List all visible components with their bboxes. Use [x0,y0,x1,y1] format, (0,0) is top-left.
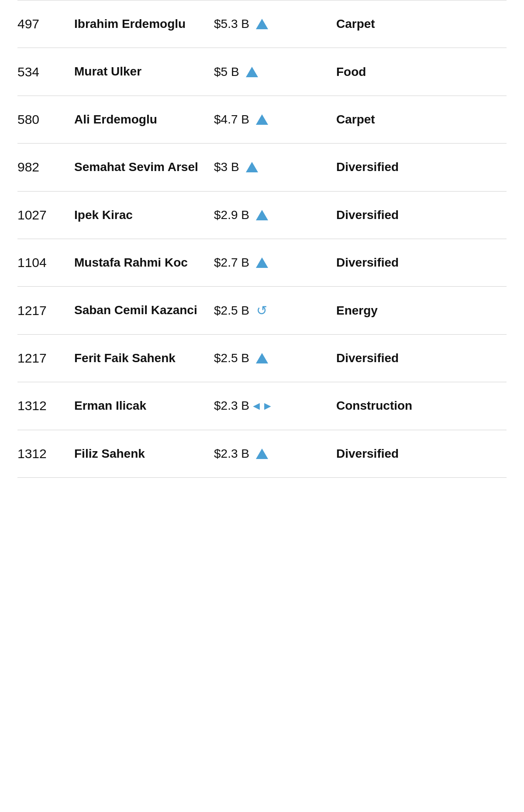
trend-up-icon [255,256,269,269]
rank: 982 [17,160,74,175]
rank: 534 [17,65,74,79]
trend-same-icon: ↺ [255,304,269,317]
trend-up-icon [255,352,269,365]
table-row: 580Ali Erdemoglu$4.7 BCarpet [17,96,507,144]
table-row: 1217Saban Cemil Kazanci$2.5 B↺Energy [17,287,507,334]
trend-up-icon [255,17,269,31]
wealth-value: $2.5 B [214,351,249,365]
person-name: Murat Ulker [74,64,214,79]
wealth-value: $5.3 B [214,17,249,31]
wealth-value: $2.3 B [214,399,249,413]
table-row: 1027Ipek Kirac$2.9 BDiversified [17,192,507,239]
industry: Construction [336,399,507,413]
table-row: 1312Erman Ilicak$2.3 B◄►Construction [17,382,507,430]
person-name: Ali Erdemoglu [74,112,214,127]
industry: Diversified [336,160,507,174]
person-name: Mustafa Rahmi Koc [74,255,214,271]
wealth-value: $3 B [214,160,239,174]
industry: Energy [336,304,507,318]
person-name: Ipek Kirac [74,207,214,223]
rank: 1217 [17,351,74,366]
wealth-value: $2.9 B [214,208,249,222]
trend-up-icon [255,447,269,460]
rank: 1217 [17,303,74,318]
person-name: Saban Cemil Kazanci [74,302,214,318]
rank: 1312 [17,446,74,461]
wealth-value: $4.7 B [214,113,249,127]
rank: 1104 [17,255,74,270]
industry: Food [336,65,507,79]
industry: Diversified [336,256,507,270]
person-name: Ferit Faik Sahenk [74,350,214,366]
trend-up-icon [245,161,259,174]
trend-sideways-icon: ◄► [255,399,269,412]
trend-up-icon [245,65,259,79]
trend-up-icon [255,113,269,126]
trend-up-icon [255,209,269,222]
industry: Diversified [336,351,507,365]
rank: 1312 [17,398,74,413]
industry: Carpet [336,17,507,31]
industry: Diversified [336,208,507,222]
table-row: 1104Mustafa Rahmi Koc$2.7 BDiversified [17,239,507,287]
table-row: 534Murat Ulker$5 BFood [17,48,507,96]
industry: Diversified [336,447,507,461]
wealth-value: $2.5 B [214,304,249,318]
wealth-value: $2.7 B [214,256,249,270]
rank: 497 [17,17,74,31]
billionaires-table: 497Ibrahim Erdemoglu$5.3 BCarpet534Murat… [0,0,524,478]
table-row: 1217Ferit Faik Sahenk$2.5 BDiversified [17,335,507,382]
industry: Carpet [336,113,507,127]
person-name: Erman Ilicak [74,398,214,414]
person-name: Ibrahim Erdemoglu [74,16,214,32]
table-row: 982Semahat Sevim Arsel$3 BDiversified [17,144,507,191]
person-name: Semahat Sevim Arsel [74,159,214,175]
rank: 1027 [17,208,74,223]
rank: 580 [17,112,74,127]
table-row: 1312Filiz Sahenk$2.3 BDiversified [17,430,507,478]
wealth-value: $2.3 B [214,447,249,461]
table-row: 497Ibrahim Erdemoglu$5.3 BCarpet [17,0,507,48]
person-name: Filiz Sahenk [74,446,214,462]
wealth-value: $5 B [214,65,239,79]
